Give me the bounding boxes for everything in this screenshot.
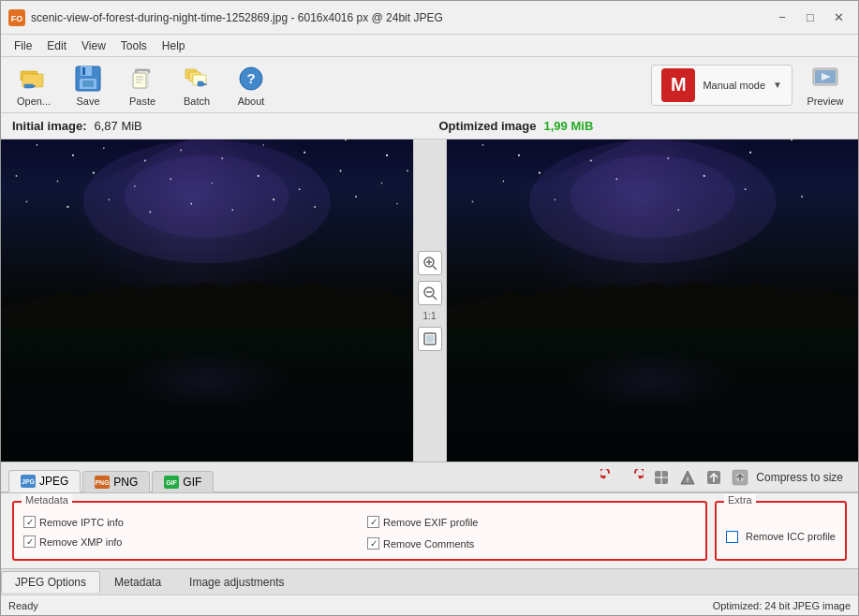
options-panel: Metadata Remove IPTC info Remove EXIF pr… <box>1 491 858 568</box>
export-button[interactable] <box>703 467 724 488</box>
svg-point-92 <box>517 154 519 156</box>
gif-tab-icon: GIF <box>164 476 179 489</box>
preview-button[interactable]: Preview <box>800 61 851 110</box>
xmp-checkbox[interactable] <box>23 535 36 548</box>
manual-mode-button[interactable]: M Manual mode ▼ <box>651 65 792 106</box>
iptc-checkbox[interactable] <box>23 516 36 528</box>
svg-line-77 <box>433 296 437 300</box>
svg-point-69 <box>314 206 316 208</box>
extra-group-label: Extra <box>724 494 756 506</box>
svg-point-105 <box>554 198 555 200</box>
status-ready: Ready <box>8 600 38 611</box>
svg-point-58 <box>381 183 383 184</box>
svg-text:FO: FO <box>11 14 23 23</box>
compress-size-label: Compress to size <box>756 471 843 484</box>
optimized-image-panel <box>447 139 859 462</box>
jpeg-tab-icon: JPG <box>21 475 36 488</box>
save-button[interactable]: Save <box>63 61 113 110</box>
batch-icon <box>182 64 212 94</box>
svg-point-47 <box>345 139 347 140</box>
iptc-label: Remove IPTC info <box>39 517 124 528</box>
exif-checkbox-row: Remove EXIF profile <box>367 516 696 528</box>
menu-file[interactable]: File <box>7 37 39 54</box>
comments-checkbox[interactable] <box>367 537 379 550</box>
gif-tab[interactable]: GIF GIF <box>152 471 214 492</box>
svg-text:?: ? <box>246 70 255 86</box>
exif-checkbox[interactable] <box>367 516 379 528</box>
paste-button[interactable]: Paste <box>117 61 168 110</box>
open-icon <box>19 64 49 94</box>
title-bar: FO scenic-view-of-forest-during-night-ti… <box>1 1 858 35</box>
zoom-out-button[interactable] <box>418 281 442 305</box>
menu-view[interactable]: View <box>74 37 113 54</box>
manual-mode-arrow: ▼ <box>773 80 782 90</box>
icc-label: Remove ICC profile <box>746 531 836 542</box>
paste-label: Paste <box>129 95 156 107</box>
jpeg-tab[interactable]: JPG JPEG <box>8 470 81 492</box>
svg-point-68 <box>273 198 274 200</box>
svg-point-46 <box>304 152 305 154</box>
maximize-button[interactable]: □ <box>798 7 822 28</box>
batch-label: Batch <box>184 95 210 107</box>
image-header-left: Initial image: 6,87 MiB <box>12 119 421 133</box>
svg-point-59 <box>407 170 408 172</box>
svg-rect-8 <box>81 66 92 76</box>
open-label: Open... <box>17 95 51 107</box>
about-button[interactable]: ? About <box>226 61 276 110</box>
compress-size-button[interactable]: Compress to size <box>756 471 843 484</box>
open-button[interactable]: Open... <box>8 61 59 110</box>
svg-point-63 <box>67 206 68 208</box>
status-info: Optimized: 24 bit JPEG image <box>713 600 851 611</box>
svg-point-57 <box>340 169 342 171</box>
png-tab[interactable]: PNG PNG <box>82 471 150 492</box>
svg-rect-4 <box>32 71 37 74</box>
fit-button[interactable] <box>418 327 442 351</box>
comments-checkbox-row: Remove Comments <box>367 535 696 551</box>
svg-point-39 <box>37 144 38 146</box>
toolbar: Open... Save <box>1 57 858 113</box>
svg-text:JPG: JPG <box>22 478 36 485</box>
svg-point-103 <box>570 155 734 238</box>
menu-tools[interactable]: Tools <box>113 37 155 54</box>
xmp-checkbox-row: Remove XMP info <box>23 535 352 548</box>
zoom-in-button[interactable] <box>418 251 442 275</box>
jpeg-options-tab[interactable]: JPEG Options <box>1 571 100 593</box>
batch-button[interactable]: Batch <box>171 61 222 110</box>
svg-marker-22 <box>203 83 207 85</box>
window-title: scenic-view-of-forest-during-night-time-… <box>31 11 443 24</box>
preview-icon <box>810 64 840 94</box>
image-header: Initial image: 6,87 MiB Optimized image … <box>1 113 858 139</box>
menu-help[interactable]: Help <box>155 37 193 54</box>
svg-point-62 <box>26 201 28 203</box>
icc-checkbox[interactable] <box>726 531 738 543</box>
stars-overlay <box>1 139 413 285</box>
jpeg-tab-label: JPEG <box>39 475 68 488</box>
image-adjustments-tab[interactable]: Image adjustments <box>175 571 298 593</box>
image-header-right: Optimized image 1,99 MiB <box>421 119 848 133</box>
svg-rect-80 <box>426 335 434 343</box>
adjust-button[interactable] <box>651 467 672 488</box>
svg-rect-21 <box>198 81 203 86</box>
redo-button[interactable] <box>625 467 645 488</box>
bottom-tabs: JPEG Options Metadata Image adjustments <box>1 568 858 594</box>
svg-point-49 <box>16 175 18 177</box>
info-button[interactable]: ! <box>677 467 698 488</box>
initial-label: Initial image: <box>12 119 86 133</box>
svg-line-73 <box>433 266 437 270</box>
tab-actions: ! <box>591 463 851 491</box>
format-tab-bar: JPG JPEG PNG PNG <box>1 462 858 491</box>
svg-text:!: ! <box>687 476 689 484</box>
menu-edit[interactable]: Edit <box>39 37 74 54</box>
close-button[interactable]: ✕ <box>826 7 851 28</box>
about-label: About <box>238 95 265 107</box>
svg-point-64 <box>109 198 111 200</box>
icc-checkbox-row: Remove ICC profile <box>726 531 836 543</box>
svg-point-51 <box>93 172 95 174</box>
svg-point-95 <box>749 152 751 154</box>
metadata-tab[interactable]: Metadata <box>100 571 175 593</box>
compress-icon-button[interactable] <box>730 467 750 488</box>
manual-mode-icon: M <box>661 68 695 102</box>
undo-button[interactable] <box>599 467 619 488</box>
minimize-button[interactable]: − <box>770 7 794 28</box>
save-label: Save <box>76 95 99 107</box>
